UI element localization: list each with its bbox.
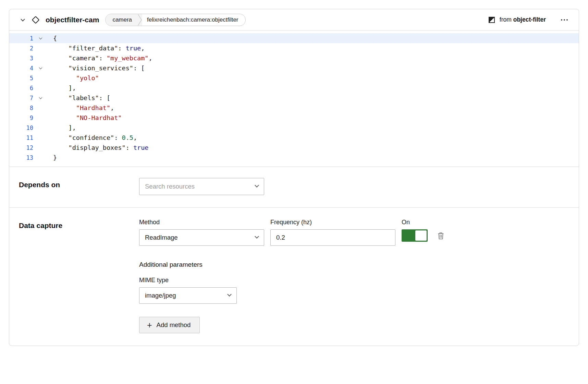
mime-type-value: image/jpeg (145, 292, 176, 299)
trash-icon (437, 232, 444, 240)
frequency-label: Frequency (hz) (270, 219, 395, 226)
add-method-label: Add method (157, 321, 191, 329)
depends-on-placeholder: Search resources (145, 183, 195, 190)
json-editor[interactable]: 1{2 "filter_data": true,3 "camera": "my_… (9, 31, 579, 167)
depends-on-select[interactable]: Search resources (139, 178, 264, 195)
chevron-down-icon (227, 292, 232, 297)
fold-toggle-icon[interactable] (33, 97, 48, 99)
capture-toggle-field: On (402, 219, 444, 246)
code-text: { (48, 35, 57, 42)
code-line[interactable]: 2 "filter_data": true, (9, 43, 579, 53)
mime-type-select[interactable]: image/jpeg (139, 287, 237, 304)
code-line[interactable]: 1{ (9, 33, 579, 43)
resource-kind-badge: camera felixreichenbach:camera:objectfil… (105, 14, 245, 26)
header-right: from object-filter (489, 16, 570, 23)
depends-on-section: Depends on Search resources (9, 167, 579, 207)
method-value: ReadImage (145, 234, 178, 241)
code-text: "labels": [ (48, 94, 110, 101)
code-line[interactable]: 8 "Hardhat", (9, 103, 579, 113)
resource-model-label: felixreichenbach:camera:objectfilter (142, 16, 245, 23)
line-number: 2 (9, 45, 33, 52)
method-select[interactable]: ReadImage (139, 229, 264, 246)
line-number: 11 (9, 134, 33, 141)
line-number: 4 (9, 65, 33, 72)
module-icon (489, 17, 495, 23)
code-line[interactable]: 3 "camera": "my_webcam", (9, 53, 579, 63)
line-number: 12 (9, 144, 33, 151)
code-text: ], (48, 84, 76, 92)
code-line[interactable]: 12 "display_boxes": true (9, 143, 579, 153)
module-source-text: from object-filter (500, 16, 546, 23)
on-label: On (402, 219, 444, 226)
resource-title: objectfilter-cam (46, 16, 99, 24)
code-line[interactable]: 13} (9, 153, 579, 163)
code-text: "camera": "my_webcam", (48, 55, 152, 62)
add-method-button[interactable]: Add method (139, 317, 200, 333)
code-line[interactable]: 11 "confidence": 0.5, (9, 133, 579, 143)
code-text: } (48, 154, 57, 161)
resource-type-label: camera (106, 14, 137, 26)
code-text: "Hardhat", (48, 104, 114, 111)
line-number: 7 (9, 95, 33, 101)
fold-toggle-icon[interactable] (33, 67, 48, 69)
code-line[interactable]: 10 ], (9, 123, 579, 133)
code-text: ], (48, 124, 76, 131)
code-line[interactable]: 4 "vision_services": [ (9, 63, 579, 73)
code-text: "confidence": 0.5, (48, 134, 137, 141)
code-line[interactable]: 6 ], (9, 83, 579, 93)
section-label-depends-on: Depends on (19, 178, 139, 195)
frequency-input[interactable] (270, 229, 395, 246)
line-number: 10 (9, 124, 33, 131)
delete-capture-method-button[interactable] (437, 232, 444, 240)
code-text: "yolo" (48, 74, 99, 82)
line-number: 13 (9, 154, 33, 161)
method-field: Method ReadImage (139, 219, 264, 246)
chevron-down-icon (255, 234, 259, 239)
toggle-knob (415, 230, 427, 241)
component-type-icon (30, 17, 41, 23)
capture-method-row: Method ReadImage Frequency (hz) On (139, 219, 569, 246)
additional-parameters-label: Additional parameters (139, 261, 569, 268)
mime-type-label: MIME type (139, 277, 569, 284)
frequency-field: Frequency (hz) (270, 219, 395, 246)
component-card: objectfilter-cam camera felixreichenbach… (9, 9, 579, 346)
line-number: 8 (9, 105, 33, 111)
section-label-data-capture: Data capture (19, 219, 139, 333)
card-header: objectfilter-cam camera felixreichenbach… (9, 9, 579, 31)
line-number: 1 (9, 35, 33, 42)
line-number: 9 (9, 115, 33, 121)
code-line[interactable]: 7 "labels": [ (9, 93, 579, 103)
data-capture-section: Data capture Method ReadImage Frequency … (9, 207, 579, 346)
code-text: "vision_services": [ (48, 64, 145, 72)
line-number: 3 (9, 55, 33, 62)
badge-divider-icon (137, 14, 142, 26)
line-number: 5 (9, 75, 33, 82)
more-options-button[interactable] (559, 16, 570, 23)
from-prefix: from (500, 16, 512, 23)
plus-icon (147, 321, 152, 329)
capture-on-toggle[interactable] (402, 229, 428, 242)
fold-toggle-icon[interactable] (33, 37, 48, 39)
code-text: "filter_data": true, (48, 45, 145, 52)
code-line[interactable]: 5 "yolo" (9, 73, 579, 83)
method-label: Method (139, 219, 264, 226)
code-text: "display_boxes": true (48, 144, 148, 151)
code-text: "NO-Hardhat" (48, 114, 122, 121)
code-line[interactable]: 9 "NO-Hardhat" (9, 113, 579, 123)
chevron-down-icon (255, 183, 259, 188)
module-name: object-filter (513, 16, 546, 23)
collapse-chevron-icon[interactable] (18, 18, 27, 21)
line-number: 6 (9, 85, 33, 92)
